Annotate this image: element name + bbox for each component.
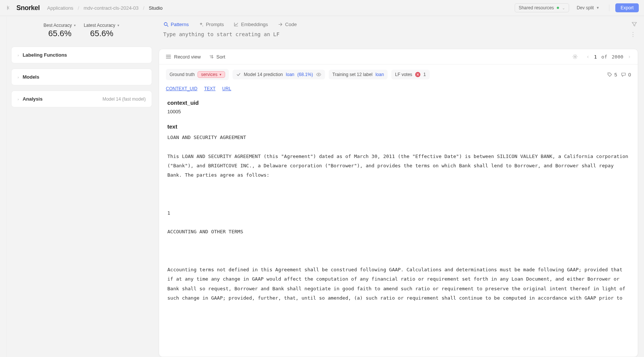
pager: ‹ 1 of 2000 › — [586, 54, 631, 60]
tab-patterns[interactable]: Patterns — [163, 22, 189, 27]
metadata-chips: Ground truth services ▼ Model 14 predict… — [159, 64, 638, 85]
panel-meta: Model 14 (fast model) — [102, 97, 146, 102]
list-icon — [166, 54, 171, 59]
panel-title: Models — [23, 74, 146, 80]
chart-icon — [234, 22, 239, 27]
svg-point-2 — [318, 74, 319, 75]
sidebar: Best Accuracy ▼ 65.6% Latest Accuracy ▼ … — [7, 16, 157, 357]
breadcrumb-project[interactable]: mdv-contract-cls-2024-03 — [83, 5, 138, 11]
best-accuracy-label: Best Accuracy — [44, 23, 72, 28]
pager-current: 1 — [594, 54, 597, 60]
lf-input-row: ⋮ — [157, 31, 644, 41]
tab-label: Code — [285, 22, 297, 27]
logo[interactable]: Snorkel — [16, 4, 40, 12]
panel-title: Analysis — [23, 96, 99, 102]
latest-accuracy-value: 65.6% — [84, 29, 120, 38]
latest-accuracy-dropdown[interactable]: Latest Accuracy ▼ — [84, 23, 120, 28]
panel-labeling-functions[interactable]: › Labeling Functions — [11, 47, 152, 63]
main-area: Patterns Prompts Embeddings Code — [157, 16, 644, 357]
sidebar-collapse-icon[interactable] — [5, 4, 12, 11]
status-dot-icon — [557, 7, 559, 9]
comments-count-value: 0 — [628, 72, 631, 78]
tags-count[interactable]: 5 — [607, 72, 617, 78]
dev-split-dropdown[interactable]: Dev split ▼ — [573, 5, 603, 10]
chevron-right-icon: › — [18, 75, 19, 79]
anchor-context-uid[interactable]: CONTEXT_UID — [166, 86, 198, 91]
lf-votes-count: 1 — [423, 72, 426, 77]
card-toolbar: Record view Sort ‹ 1 of 2000 › — [159, 49, 638, 64]
chip-label: LF votes — [395, 72, 412, 77]
panel-models[interactable]: › Models — [11, 69, 152, 85]
pager-prev[interactable]: ‹ — [586, 54, 589, 60]
document-text: LOAN AND SECURITY AGREEMENT This LOAN AN… — [167, 133, 629, 303]
export-button[interactable]: Export — [615, 3, 639, 12]
pill-value: services — [201, 72, 217, 77]
field-anchors: CONTEXT_UID TEXT URL — [159, 85, 638, 94]
record-view-label: Record view — [174, 54, 201, 60]
triangle-down-icon: ▼ — [596, 6, 599, 10]
chip-label: Training set 12 label — [332, 72, 373, 77]
shared-resources-dropdown[interactable]: Shared resources ⌄ — [515, 3, 569, 12]
best-accuracy-value: 65.6% — [44, 29, 76, 38]
latest-accuracy-label: Latest Accuracy — [84, 23, 116, 28]
divider — [609, 4, 609, 11]
left-rail — [0, 16, 7, 357]
chip-model-prediction[interactable]: Model 14 prediction loan (68.1%) — [233, 70, 325, 79]
best-accuracy-stat: Best Accuracy ▼ 65.6% — [44, 23, 76, 38]
chevron-right-icon: › — [18, 53, 19, 57]
tab-embeddings[interactable]: Embeddings — [234, 22, 268, 27]
ground-truth-pill[interactable]: services ▼ — [198, 71, 225, 78]
dev-split-label: Dev split — [577, 5, 594, 10]
error-dot-icon — [415, 72, 420, 77]
lf-input[interactable] — [163, 31, 629, 37]
chip-training-label[interactable]: Training set 12 label loan — [329, 70, 388, 79]
anchor-url[interactable]: URL — [222, 86, 231, 91]
breadcrumb-sep: / — [78, 5, 79, 11]
tab-label: Embeddings — [241, 22, 268, 27]
gear-icon[interactable] — [572, 54, 578, 60]
best-accuracy-dropdown[interactable]: Best Accuracy ▼ — [44, 23, 76, 28]
prediction-pct: (68.1%) — [297, 72, 313, 77]
sparkle-icon — [198, 22, 203, 27]
breadcrumb-sep: / — [143, 5, 145, 11]
svg-point-1 — [574, 56, 576, 57]
shared-resources-label: Shared resources — [519, 5, 554, 10]
lf-type-tabs: Patterns Prompts Embeddings Code — [157, 16, 644, 31]
chevron-right-icon: › — [18, 97, 19, 101]
pager-of: of — [602, 54, 607, 60]
training-value: loan — [375, 72, 384, 77]
filter-icon[interactable] — [631, 21, 637, 27]
chip-lf-votes[interactable]: LF votes 1 — [391, 70, 430, 79]
svg-point-3 — [609, 73, 609, 74]
chip-label: Ground truth — [170, 72, 195, 77]
arrow-icon — [278, 22, 283, 27]
latest-accuracy-stat: Latest Accuracy ▼ 65.6% — [84, 23, 120, 38]
tab-label: Patterns — [171, 22, 189, 27]
context-uid-value: 10005 — [167, 109, 629, 114]
tab-prompts[interactable]: Prompts — [198, 22, 224, 27]
breadcrumbs: Applications / mdv-contract-cls-2024-03 … — [47, 5, 163, 11]
comment-icon — [621, 72, 626, 77]
tab-code[interactable]: Code — [278, 22, 297, 27]
triangle-down-icon: ▼ — [73, 24, 76, 27]
breadcrumb-studio[interactable]: Studio — [149, 5, 162, 11]
check-icon — [236, 72, 241, 77]
pager-next[interactable]: › — [628, 54, 631, 60]
panel-title: Labeling Functions — [23, 52, 146, 58]
sort-label: Sort — [217, 54, 225, 60]
record-content: context_uid 10005 text LOAN AND SECURITY… — [159, 94, 638, 357]
record-view-button[interactable]: Record view — [166, 54, 201, 60]
chip-ground-truth[interactable]: Ground truth services ▼ — [166, 69, 229, 80]
chip-label: Model 14 prediction — [244, 72, 283, 77]
panel-analysis[interactable]: › Analysis Model 14 (fast model) — [11, 91, 152, 107]
sort-button[interactable]: Sort — [209, 54, 225, 60]
tag-icon — [607, 72, 612, 77]
pager-total: 2000 — [612, 54, 623, 60]
search-icon — [163, 22, 168, 27]
kebab-icon[interactable]: ⋮ — [629, 31, 637, 38]
triangle-down-icon: ▼ — [219, 73, 222, 76]
anchor-text[interactable]: TEXT — [204, 86, 216, 91]
breadcrumb-applications[interactable]: Applications — [47, 5, 73, 11]
eye-icon[interactable] — [316, 72, 321, 77]
comments-count[interactable]: 0 — [621, 72, 631, 78]
